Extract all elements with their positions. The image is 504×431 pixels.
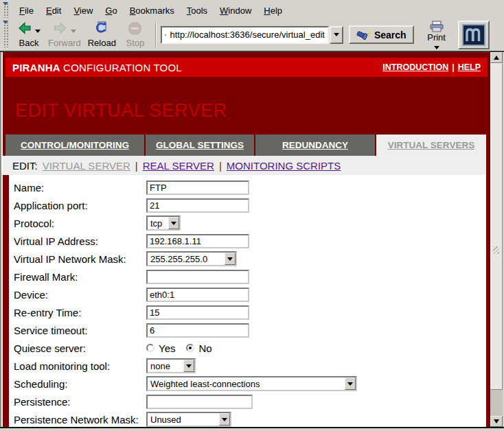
arrow-down-icon bbox=[494, 419, 499, 423]
field-label-name: Name: bbox=[14, 182, 146, 194]
arrow-up-icon bbox=[494, 56, 499, 60]
tab-label: VIRTUAL SERVERS bbox=[388, 140, 474, 150]
forward-arrow-icon bbox=[53, 21, 68, 37]
printer-icon bbox=[428, 21, 445, 32]
tab-bar: CONTROL/MONITORINGGLOBAL SETTINGSREDUNDA… bbox=[5, 135, 490, 156]
print-button[interactable]: Print bbox=[421, 20, 453, 50]
form-row-service-timeout: Service timeout: bbox=[14, 321, 486, 339]
scrollbar-thumb[interactable] bbox=[490, 63, 503, 390]
back-button[interactable]: Back bbox=[13, 20, 45, 50]
field-label-virtual-ip-address: Virtual IP Address: bbox=[14, 235, 146, 247]
virtual-ip-address-input[interactable] bbox=[146, 234, 249, 248]
form-row-re-entry-time: Re-entry Time: bbox=[14, 303, 486, 321]
help-link[interactable]: HELP bbox=[458, 62, 481, 72]
toolbar-grip-handle[interactable] bbox=[3, 22, 8, 47]
virtual-ip-network-mask-select[interactable]: 255.255.255.0 bbox=[146, 251, 237, 266]
form-row-firewall-mark: Firewall Mark: bbox=[14, 268, 486, 286]
search-button-label: Search bbox=[374, 30, 406, 40]
dropdown-arrow-button[interactable] bbox=[183, 360, 194, 372]
tab-label: REDUNDANCY bbox=[282, 140, 348, 150]
form-row-load-monitoring-tool: Load monitoring tool:none bbox=[14, 357, 486, 375]
dropdown-arrow-button[interactable] bbox=[168, 217, 179, 229]
url-history-dropdown-button[interactable] bbox=[330, 26, 343, 44]
chevron-down-icon bbox=[186, 364, 192, 368]
radio-label-no: No bbox=[198, 342, 211, 354]
field-label-scheduling: Scheduling: bbox=[14, 378, 146, 390]
chevron-down-icon[interactable] bbox=[35, 30, 41, 33]
service-timeout-input[interactable] bbox=[146, 323, 249, 338]
device-input[interactable] bbox=[146, 288, 249, 302]
select-value: Unused bbox=[150, 415, 181, 425]
field-label-firewall-mark: Firewall Mark: bbox=[14, 271, 146, 283]
dropdown-arrow-button[interactable] bbox=[345, 377, 356, 390]
tab-virtual-servers[interactable]: VIRTUAL SERVERS bbox=[376, 135, 486, 156]
select-value: tcp bbox=[150, 218, 162, 229]
form-row-quiesce-server: Quiesce server:YesNo bbox=[14, 339, 486, 357]
introduction-link[interactable]: INTRODUCTION bbox=[382, 62, 448, 72]
name-input[interactable] bbox=[146, 180, 249, 195]
re-entry-time-input[interactable] bbox=[146, 305, 249, 320]
menu-go[interactable]: Go bbox=[99, 3, 123, 18]
field-label-application-port: Application port: bbox=[14, 200, 146, 211]
firewall-mark-input[interactable] bbox=[146, 270, 249, 284]
quiesce-server-radio-yes[interactable] bbox=[146, 344, 154, 352]
reload-icon bbox=[94, 21, 109, 37]
persistence-input[interactable] bbox=[146, 395, 253, 409]
form-row-virtual-ip-address: Virtual IP Address: bbox=[14, 232, 486, 250]
menu-bookmarks[interactable]: Bookmarks bbox=[124, 3, 181, 18]
print-dropdown-arrow-icon[interactable] bbox=[434, 46, 439, 49]
quiesce-server-radio-no[interactable] bbox=[186, 344, 194, 352]
quiesce-server-radio-group: YesNo bbox=[146, 342, 219, 354]
subnav-real-server-link[interactable]: REAL SERVER bbox=[143, 160, 214, 172]
stop-icon bbox=[128, 21, 142, 37]
select-value: Weighted least-connections bbox=[150, 379, 260, 389]
tab-global-settings[interactable]: GLOBAL SETTINGS bbox=[146, 135, 254, 156]
search-button[interactable]: Search bbox=[349, 25, 414, 44]
mozilla-logo-button[interactable] bbox=[458, 21, 490, 49]
menubar-grip-handle[interactable] bbox=[3, 3, 8, 18]
toolbar-button-label: Back bbox=[19, 38, 39, 48]
reload-button[interactable]: Reload bbox=[84, 20, 119, 50]
window-bottom-border bbox=[0, 428, 504, 431]
tab-control-monitoring[interactable]: CONTROL/MONITORING bbox=[5, 135, 144, 156]
select-value: 255.255.255.0 bbox=[150, 254, 207, 264]
subnav-virtual-server-link[interactable]: VIRTUAL SERVER bbox=[43, 160, 130, 172]
url-text[interactable]: http://localhost:3636/secure/virtual_edi… bbox=[170, 30, 324, 40]
field-label-protocol: Protocol: bbox=[14, 218, 146, 229]
subnav-monitoring-scripts-link[interactable]: MONITORING SCRIPTS bbox=[227, 160, 341, 172]
toolbar-button-label: Forward bbox=[48, 38, 81, 48]
persistence-network-mask-select[interactable]: Unused bbox=[146, 412, 231, 427]
menu-file[interactable]: File bbox=[13, 3, 40, 18]
chevron-down-icon bbox=[171, 222, 176, 225]
chevron-down-icon[interactable] bbox=[71, 30, 76, 33]
application-port-input[interactable] bbox=[146, 198, 249, 213]
tab-redundancy[interactable]: REDUNDANCY bbox=[255, 135, 375, 156]
chevron-down-icon bbox=[227, 257, 233, 261]
protocol-select[interactable]: tcp bbox=[146, 216, 181, 231]
url-bar[interactable]: http://localhost:3636/secure/virtual_edi… bbox=[161, 26, 329, 44]
field-label-re-entry-time: Re-entry Time: bbox=[14, 307, 146, 318]
menu-view[interactable]: View bbox=[67, 3, 99, 18]
toolbar-button-label: Stop bbox=[126, 38, 145, 48]
vertical-scrollbar[interactable] bbox=[490, 52, 503, 427]
load-monitoring-tool-select[interactable]: none bbox=[146, 358, 196, 373]
radio-label-yes: Yes bbox=[159, 342, 175, 354]
form-row-persistence-network-mask: Persistence Network Mask:Unused bbox=[14, 410, 486, 427]
stop-button: Stop bbox=[119, 20, 151, 50]
scheduling-select[interactable]: Weighted least-connections bbox=[146, 376, 357, 391]
form-row-device: Device: bbox=[14, 286, 486, 303]
subnav-separator: | bbox=[135, 160, 138, 172]
menu-help[interactable]: Help bbox=[257, 3, 288, 18]
menu-edit[interactable]: Edit bbox=[40, 3, 67, 18]
navigation-toolbar: BackForwardReloadStop http://localhost:3… bbox=[0, 19, 504, 51]
page-proxy-icon[interactable] bbox=[165, 30, 167, 40]
menu-window[interactable]: Window bbox=[214, 3, 257, 18]
dropdown-arrow-button[interactable] bbox=[225, 253, 236, 265]
dropdown-arrow-button[interactable] bbox=[219, 413, 230, 426]
form-row-virtual-ip-network-mask: Virtual IP Network Mask:255.255.255.0 bbox=[14, 250, 486, 268]
scrollbar-down-button[interactable] bbox=[490, 416, 503, 427]
scrollbar-up-button[interactable] bbox=[490, 52, 503, 63]
mozilla-m-icon bbox=[462, 24, 485, 46]
scrollbar-track[interactable] bbox=[490, 390, 503, 416]
menu-tools[interactable]: Tools bbox=[181, 3, 214, 18]
